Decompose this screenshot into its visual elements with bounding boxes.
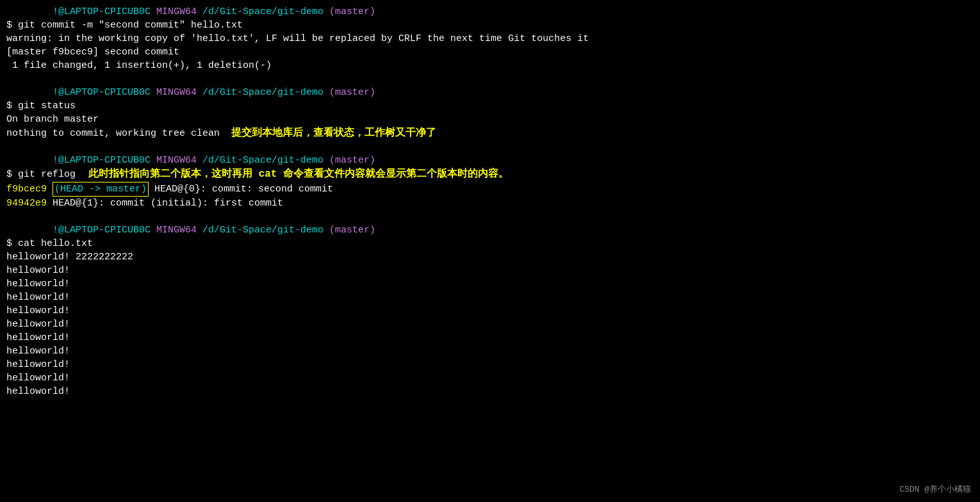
commit-hash-text: [master f9bcec9] second commit bbox=[6, 45, 179, 59]
annotation-status: 提交到本地库后，查看状态，工作树又干净了 bbox=[231, 126, 436, 140]
cat-line-2: helloworld! bbox=[6, 264, 70, 277]
reflog-line-1: f9bcec9 (HEAD -> master) HEAD@{0}: commi… bbox=[6, 182, 974, 197]
cat-line-10: helloworld! bbox=[6, 371, 70, 385]
command-text-4: $ cat hello.txt bbox=[6, 237, 93, 250]
head-arrow: (HEAD -> master) bbox=[53, 182, 149, 197]
path-2: /d/Git-Space/git-demo bbox=[202, 86, 329, 99]
reflog-line-2: 94942e9 HEAD@{1}: commit (initial): firs… bbox=[6, 197, 974, 210]
path-3: /d/Git-Space/git-demo bbox=[202, 154, 329, 167]
blank-1 bbox=[6, 72, 974, 86]
cat-line-9: helloworld! bbox=[6, 358, 70, 371]
path-4: /d/Git-Space/git-demo bbox=[202, 223, 329, 237]
cat-output-5: helloworld! bbox=[6, 304, 974, 318]
command-line-1: $ git commit -m "second commit" hello.tx… bbox=[6, 19, 974, 32]
command-text-1: $ git commit -m "second commit" hello.tx… bbox=[6, 19, 243, 32]
branch-1: (master) bbox=[329, 5, 375, 19]
cat-output-2: helloworld! bbox=[6, 264, 974, 277]
cat-output-9: helloworld! bbox=[6, 358, 974, 371]
location-2: MINGW64 bbox=[156, 86, 202, 99]
output-changed-1: 1 file changed, 1 insertion(+), 1 deleti… bbox=[6, 59, 974, 72]
cat-output-7: helloworld! bbox=[6, 331, 974, 344]
changed-text: 1 file changed, 1 insertion(+), 1 deleti… bbox=[6, 59, 272, 72]
location-4: MINGW64 bbox=[156, 223, 202, 237]
command-line-3: $ git reflog此时指针指向第二个版本，这时再用 cat 命令查看文件内… bbox=[6, 167, 974, 181]
command-line-4: $ cat hello.txt bbox=[6, 237, 974, 250]
cat-line-8: helloworld! bbox=[6, 344, 70, 358]
annotation-reflog: 此时指针指向第二个版本，这时再用 cat 命令查看文件内容就会显示第二个版本时的… bbox=[88, 167, 509, 181]
hash-1: f9bcec9 bbox=[6, 182, 53, 196]
cat-line-1: helloworld! 2222222222 bbox=[6, 250, 133, 264]
output-warning-1: warning: in the working copy of 'hello.t… bbox=[6, 32, 974, 45]
reflog-rest-1: HEAD@{0}: commit: second commit bbox=[149, 182, 333, 196]
watermark: CSDN @养个小橘猫 bbox=[899, 484, 971, 496]
cat-output-8: helloworld! bbox=[6, 344, 974, 358]
username-4: !@LAPTOP-CPICUB0C bbox=[6, 223, 156, 237]
prompt-line-2: !@LAPTOP-CPICUB0C MINGW64 /d/Git-Space/g… bbox=[6, 86, 974, 99]
command-text-3: $ git reflog bbox=[6, 168, 76, 181]
blank-2 bbox=[6, 140, 974, 154]
cat-output-10: helloworld! bbox=[6, 371, 974, 385]
path-1: /d/Git-Space/git-demo bbox=[202, 5, 329, 19]
cat-output-3: helloworld! bbox=[6, 277, 974, 291]
branch-4: (master) bbox=[329, 223, 375, 237]
username-2: !@LAPTOP-CPICUB0C bbox=[6, 86, 156, 99]
cat-line-5: helloworld! bbox=[6, 304, 70, 318]
cat-line-4: helloworld! bbox=[6, 291, 70, 304]
warning-text: warning: in the working copy of 'hello.t… bbox=[6, 32, 589, 45]
cat-line-6: helloworld! bbox=[6, 318, 70, 331]
nothing-text: nothing to commit, working tree clean bbox=[6, 127, 231, 140]
prompt-line-4: !@LAPTOP-CPICUB0C MINGW64 /d/Git-Space/g… bbox=[6, 223, 974, 237]
output-commit-1: [master f9bcec9] second commit bbox=[6, 45, 974, 59]
branch-text: On branch master bbox=[6, 113, 99, 126]
username-1: !@LAPTOP-CPICUB0C bbox=[6, 5, 156, 19]
cat-output-6: helloworld! bbox=[6, 318, 974, 331]
location-3: MINGW64 bbox=[156, 154, 202, 167]
output-branch: On branch master bbox=[6, 113, 974, 126]
cat-line-7: helloworld! bbox=[6, 331, 70, 344]
command-line-2: $ git status bbox=[6, 99, 974, 113]
hash-2: 94942e9 bbox=[6, 197, 53, 210]
branch-3: (master) bbox=[329, 154, 375, 167]
blank-3 bbox=[6, 210, 974, 223]
username-3: !@LAPTOP-CPICUB0C bbox=[6, 154, 156, 167]
cat-output-4: helloworld! bbox=[6, 291, 974, 304]
terminal: !@LAPTOP-CPICUB0C MINGW64 /d/Git-Space/g… bbox=[0, 0, 980, 403]
cat-line-11: helloworld! bbox=[6, 385, 70, 398]
cat-line-3: helloworld! bbox=[6, 277, 70, 291]
location-1: MINGW64 bbox=[156, 5, 202, 19]
command-text-2: $ git status bbox=[6, 99, 76, 113]
branch-2: (master) bbox=[329, 86, 375, 99]
prompt-line-3: !@LAPTOP-CPICUB0C MINGW64 /d/Git-Space/g… bbox=[6, 154, 974, 167]
cat-output-11: helloworld! bbox=[6, 385, 974, 398]
reflog-rest-2: HEAD@{1}: commit (initial): first commit bbox=[53, 197, 283, 210]
cat-output-1: helloworld! 2222222222 bbox=[6, 250, 974, 264]
prompt-line-1: !@LAPTOP-CPICUB0C MINGW64 /d/Git-Space/g… bbox=[6, 5, 974, 19]
output-nothing: nothing to commit, working tree clean 提交… bbox=[6, 126, 974, 140]
